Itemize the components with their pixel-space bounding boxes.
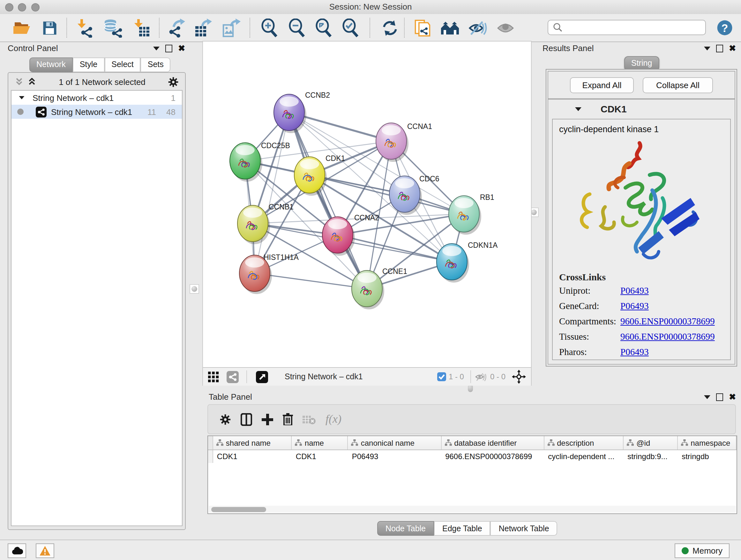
import-table-icon [132,18,151,37]
network-view-mode-icon[interactable] [226,371,239,383]
memory-button[interactable]: Memory [675,543,730,558]
warnings-button[interactable] [36,543,54,558]
panel-menu-icon[interactable] [704,46,711,50]
tab-network-table[interactable]: Network Table [490,521,557,536]
tab-network[interactable]: Network [29,57,73,72]
column-header-name[interactable]: name [292,436,348,449]
zoom-in-icon [260,18,280,37]
gene-collapse-icon[interactable] [575,107,582,111]
network-node-HIST1H1A[interactable]: HIST1H1A [239,253,299,294]
zoom-in-button[interactable] [259,17,281,38]
toolbar-separator [66,18,67,38]
panel-close-icon[interactable]: ✖ [178,45,185,51]
tab-sets[interactable]: Sets [141,57,171,72]
network-node-CDC25B[interactable]: CDC25B [230,141,290,182]
expand-all-networks-icon[interactable] [27,78,37,86]
table-row[interactable]: CDK1CDK1P064939606.ENSP00000378699cyclin… [208,450,737,463]
search-field[interactable] [548,20,706,35]
export-table-button[interactable] [192,17,214,38]
network-node-CCNA2[interactable]: CCNA2 [322,213,379,256]
duplicate-network-button[interactable] [412,17,433,38]
column-type-icon [216,439,223,446]
node-label: CCNB2 [305,91,330,99]
panel-float-icon[interactable] [716,393,723,401]
crosslink-label: Compartments: [559,316,620,327]
export-image-button[interactable] [220,17,242,38]
panel-close-icon[interactable]: ✖ [729,45,736,51]
panel-close-icon[interactable]: ✖ [729,394,736,400]
add-column-icon[interactable] [262,414,273,425]
selected-checkbox-icon[interactable] [437,372,446,381]
import-table-button[interactable] [131,17,152,38]
scrollbar-thumb[interactable] [211,507,266,512]
results-panel: Results Panel ✖ String Expand All Collap… [536,41,741,370]
column-header-canonicalname[interactable]: canonical name [348,436,441,449]
crosslink-link[interactable]: P06493 [620,301,649,312]
zoom-out-button[interactable] [286,17,308,38]
network-node-CDKN1A[interactable]: CDKN1A [436,241,498,283]
column-header-namespace[interactable]: namespace [678,436,737,449]
tab-node-table[interactable]: Node Table [377,521,434,536]
export-network-button[interactable] [165,17,187,38]
title-bar: Session: New Session [0,0,741,15]
import-network-file-button[interactable] [74,17,96,38]
network-row[interactable]: String Network – cdk1 11 48 [11,105,182,119]
import-network-database-button[interactable] [102,17,124,38]
crosslink-link[interactable]: P06493 [620,286,649,296]
tab-select[interactable]: Select [105,57,141,72]
network-node-CCNE1[interactable]: CCNE1 [352,267,407,309]
network-view-toolbar: String Network – cdk1 1 - 0 0 - 0 [203,367,531,386]
tab-edge-table[interactable]: Edge Table [434,521,490,536]
pan-tool-icon[interactable] [512,370,526,384]
network-view: CCNB2 CCNA1 CDC25B CDK1 [202,41,532,386]
crosslink-link[interactable]: P06493 [620,347,649,358]
control-panel-tabs: NetworkStyleSelectSets [29,57,171,72]
search-input[interactable] [565,22,705,33]
column-header-description[interactable]: description [544,436,623,449]
help-button[interactable]: ? [714,17,735,38]
table-options-gear-icon[interactable] [219,414,231,425]
detach-view-icon[interactable] [256,371,268,383]
network-node-CDK1[interactable]: CDK1 [294,154,345,196]
refresh-layout-button[interactable] [379,17,401,38]
network-options-gear-icon[interactable] [168,76,179,87]
delete-column-icon[interactable] [283,413,293,425]
first-neighbors-button[interactable] [439,17,461,38]
show-all-button[interactable] [495,17,516,38]
network-node-RB1[interactable]: RB1 [449,193,494,235]
table-panel: Table Panel ✖ [202,391,741,540]
open-file-button[interactable] [11,17,32,38]
hide-selected-button[interactable] [467,17,489,38]
collapse-all-networks-icon[interactable] [15,78,23,86]
network-node-CCNB2[interactable]: CCNB2 [274,91,330,133]
grid-view-icon[interactable] [208,371,219,382]
search-icon [553,22,563,33]
network-collection-row[interactable]: String Network – cdk1 1 [11,91,182,105]
cloud-status-button[interactable] [8,543,26,558]
network-node-CCNA1[interactable]: CCNA1 [376,122,432,162]
network-node-CDC6[interactable]: CDC6 [389,175,440,215]
column-header-databaseidentifier[interactable]: database identifier [441,436,544,449]
save-session-button[interactable] [39,17,61,38]
hidden-node-edge-count: 0 - 0 [490,372,506,381]
tree-expand-icon[interactable] [19,96,24,99]
panel-menu-icon[interactable] [153,46,159,50]
collapse-all-button[interactable]: Collapse All [643,77,713,93]
network-node-CCNB1[interactable]: CCNB1 [238,203,293,244]
panel-menu-icon[interactable] [704,395,711,399]
zoom-selected-button[interactable] [340,17,362,38]
crosslink-link[interactable]: 9606.ENSP00000378699 [620,331,715,342]
panel-float-icon[interactable] [716,44,723,52]
column-header-id[interactable]: @id [623,436,678,449]
panel-float-icon[interactable] [165,44,172,52]
left-splitter-handle[interactable] [190,284,199,294]
show-columns-icon[interactable] [241,413,252,426]
zoom-fit-button[interactable] [313,17,335,38]
crosslink-link[interactable]: 9606.ENSP00000378699 [620,316,715,327]
node-label: HIST1H1A [264,253,299,261]
network-canvas[interactable]: CCNB2 CCNA1 CDC25B CDK1 [203,42,531,367]
column-header-sharedname[interactable]: shared name [213,436,292,449]
export-network-icon [166,18,186,37]
expand-all-button[interactable]: Expand All [570,77,634,93]
tab-style[interactable]: Style [73,57,105,72]
